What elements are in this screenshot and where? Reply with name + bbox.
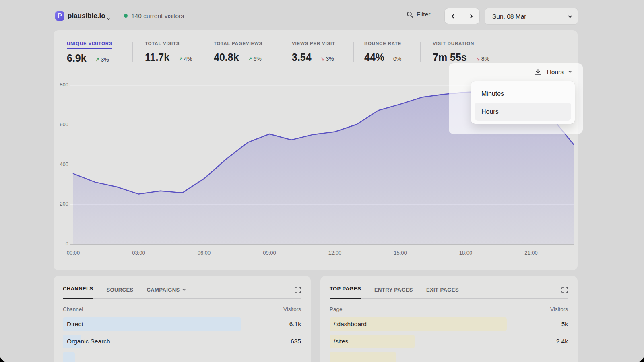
prev-period-button[interactable]: [445, 8, 462, 24]
expand-card-button[interactable]: [561, 287, 568, 293]
stat-divider: [201, 42, 201, 62]
date-chevron-down-icon: [568, 14, 572, 18]
trend-down-icon: ↘: [320, 56, 325, 62]
expand-card-button[interactable]: [295, 287, 301, 293]
stat-divider: [132, 42, 133, 62]
column-header-name: Page: [330, 306, 343, 312]
tab-exit-pages[interactable]: EXIT PAGES: [426, 287, 459, 299]
card-tabs: TOP PAGESENTRY PAGESEXIT PAGES: [330, 276, 568, 299]
row-bar: [63, 352, 75, 362]
tab-campaigns[interactable]: CAMPAIGNS: [147, 287, 185, 299]
breakdown-rows: Direct6.1kOrganic Search635: [63, 316, 301, 362]
metric-value: 11.7k: [145, 51, 169, 63]
channels-card: CHANNELSSOURCESCAMPAIGNSChannelVisitorsD…: [54, 276, 311, 362]
tab-top-pages[interactable]: TOP PAGES: [330, 286, 361, 299]
metric-visit-duration[interactable]: VISIT DURATION7m 55s↘8%: [433, 41, 489, 63]
breakdown-rows: /:dashboard5k/sites2.4k: [330, 316, 568, 362]
x-axis-tick: 18:00: [459, 250, 473, 256]
interval-dropdown-trigger[interactable]: Hours: [534, 68, 571, 76]
table-row: /:dashboard5k: [330, 316, 568, 333]
metric-bounce-rate[interactable]: BOUNCE RATE44%0%: [364, 41, 401, 63]
plausible-logo-icon: P: [55, 11, 64, 21]
top-header: P plausible.io 140 current visitors Filt…: [0, 0, 644, 32]
column-header-visitors: Visitors: [550, 306, 568, 312]
download-icon[interactable]: [534, 68, 542, 76]
x-axis-tick: 21:00: [524, 250, 538, 256]
next-period-button[interactable]: [462, 8, 479, 24]
stat-divider: [353, 42, 354, 62]
row-visitors-value: 635: [291, 333, 301, 350]
row-visitors-value: 5k: [561, 316, 568, 333]
y-axis-tick: 0: [52, 241, 68, 247]
row-name-link[interactable]: Organic Search: [67, 333, 110, 350]
expand-icon: [295, 287, 301, 293]
metric-delta: ↘3%: [320, 56, 334, 62]
live-dot-icon: [124, 14, 128, 18]
plausible-dashboard: P plausible.io 140 current visitors Filt…: [0, 0, 644, 362]
filter-label: Filter: [417, 11, 430, 18]
interval-chevron-down-icon: [569, 70, 572, 73]
interval-selected-label: Hours: [547, 68, 564, 76]
row-name-link[interactable]: /sites: [334, 333, 348, 350]
table-row: Organic Search635: [63, 333, 301, 350]
current-visitors[interactable]: 140 current visitors: [131, 12, 184, 20]
table-row: [63, 350, 301, 362]
metric-total-pageviews[interactable]: TOTAL PAGEVIEWS40.8k↗6%: [214, 41, 262, 63]
metric-label: VISIT DURATION: [433, 41, 489, 48]
trend-up-icon: ↗: [248, 56, 252, 62]
card-tabs: CHANNELSSOURCESCAMPAIGNS: [63, 276, 301, 299]
metric-label: VIEWS PER VISIT: [292, 41, 335, 48]
row-visitors-value: 6.1k: [289, 316, 301, 333]
y-axis-tick: 400: [52, 161, 68, 167]
metric-value: 7m 55s: [433, 51, 467, 63]
table-row: /sites2.4k: [330, 333, 568, 350]
x-axis-tick: 09:00: [263, 250, 276, 256]
metric-value: 44%: [364, 51, 384, 63]
row-visitors-value: 2.4k: [556, 333, 568, 350]
tab-entry-pages[interactable]: ENTRY PAGES: [374, 287, 413, 299]
column-headers: PageVisitors: [330, 306, 568, 312]
metric-unique-visitors[interactable]: UNIQUE VISITORS6.9k↗3%: [67, 41, 112, 64]
metric-delta: ↗3%: [95, 56, 109, 63]
site-chevron-down-icon[interactable]: [107, 14, 109, 21]
metric-label: TOTAL VISITS: [145, 41, 192, 48]
x-axis-tick: 12:00: [328, 250, 342, 256]
column-headers: ChannelVisitors: [63, 306, 301, 312]
row-name-link[interactable]: /:dashboard: [334, 316, 367, 333]
trend-up-icon: ↗: [95, 57, 100, 63]
table-row: [330, 350, 568, 362]
x-axis-tick: 15:00: [394, 250, 407, 256]
metric-total-visits[interactable]: TOTAL VISITS11.7k↗4%: [145, 41, 192, 63]
search-icon: [407, 11, 413, 18]
y-axis-tick: 200: [52, 201, 68, 207]
date-range-label: Sun, 08 Mar: [492, 13, 526, 20]
site-switcher[interactable]: plausible.io: [68, 12, 105, 20]
top-pages-card: TOP PAGESENTRY PAGESEXIT PAGESPageVisito…: [320, 276, 578, 362]
interval-option-minutes[interactable]: Minutes: [475, 84, 571, 103]
x-axis-tick: 03:00: [132, 250, 145, 256]
date-range-picker[interactable]: Sun, 08 Mar: [485, 8, 578, 24]
column-header-visitors: Visitors: [283, 306, 301, 312]
tab-chevron-down-icon: [182, 288, 185, 291]
column-header-name: Channel: [63, 306, 83, 312]
row-name-link[interactable]: Direct: [67, 316, 83, 333]
x-axis-tick: 06:00: [198, 250, 211, 256]
filter-button[interactable]: Filter: [407, 11, 430, 18]
metric-views-per-visit[interactable]: VIEWS PER VISIT3.54↘3%: [292, 41, 335, 63]
expand-icon: [561, 287, 568, 293]
metric-delta: ↗4%: [178, 56, 192, 62]
interval-option-hours[interactable]: Hours: [475, 103, 571, 121]
tab-sources[interactable]: SOURCES: [106, 287, 133, 299]
metric-label: TOTAL PAGEVIEWS: [214, 41, 262, 48]
stat-divider: [284, 42, 284, 62]
metric-delta: 0%: [393, 56, 401, 62]
metric-label: UNIQUE VISITORS: [67, 41, 112, 49]
row-bar: [63, 317, 241, 331]
stat-divider: [420, 42, 421, 62]
row-bar: [330, 352, 396, 362]
tab-channels[interactable]: CHANNELS: [63, 286, 93, 299]
metric-value: 6.9k: [67, 52, 87, 64]
table-row: Direct6.1k: [63, 316, 301, 333]
metric-value: 40.8k: [214, 51, 239, 63]
x-axis-tick: 00:00: [67, 250, 80, 256]
